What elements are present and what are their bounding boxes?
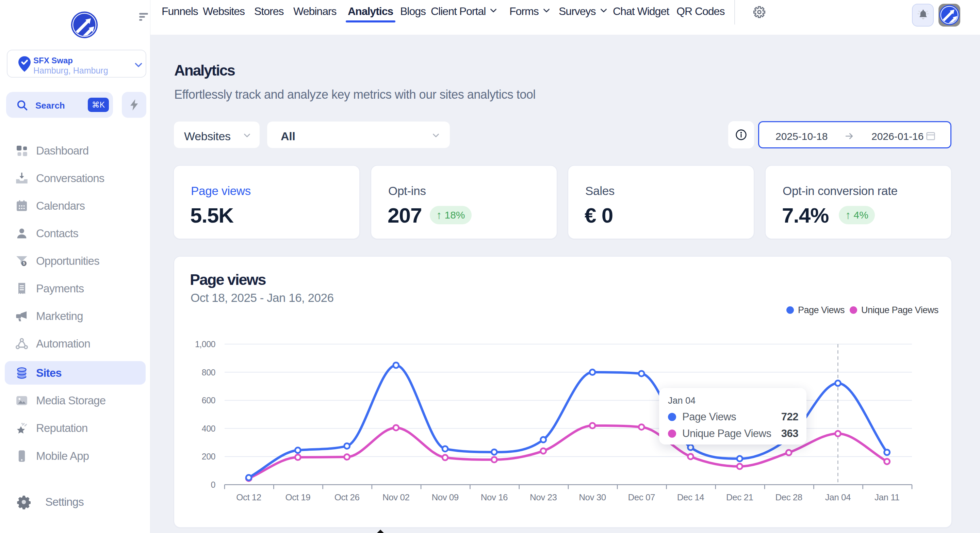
svg-text:Nov 16: Nov 16	[481, 492, 508, 502]
svg-text:Nov 02: Nov 02	[382, 492, 409, 502]
svg-text:400: 400	[202, 424, 215, 433]
svg-text:0: 0	[211, 480, 215, 489]
svg-text:Dec 21: Dec 21	[726, 492, 753, 502]
svg-text:Dec 14: Dec 14	[677, 492, 704, 502]
svg-text:Nov 30: Nov 30	[579, 492, 606, 502]
svg-text:Oct 12: Oct 12	[236, 492, 261, 502]
svg-text:$: $	[23, 261, 25, 265]
svg-text:800: 800	[202, 368, 215, 377]
svg-text:600: 600	[202, 396, 215, 405]
svg-text:200: 200	[202, 452, 215, 461]
svg-text:Jan 04: Jan 04	[825, 492, 851, 502]
svg-text:Jan 11: Jan 11	[875, 492, 899, 502]
svg-text:Dec 28: Dec 28	[775, 492, 802, 502]
svg-text:Nov 09: Nov 09	[431, 492, 458, 502]
svg-text:1,000: 1,000	[195, 339, 215, 349]
svg-text:Nov 23: Nov 23	[530, 492, 557, 502]
svg-text:Oct 26: Oct 26	[334, 492, 360, 502]
svg-text:Dec 07: Dec 07	[628, 492, 655, 502]
svg-text:Oct 19: Oct 19	[285, 492, 311, 502]
